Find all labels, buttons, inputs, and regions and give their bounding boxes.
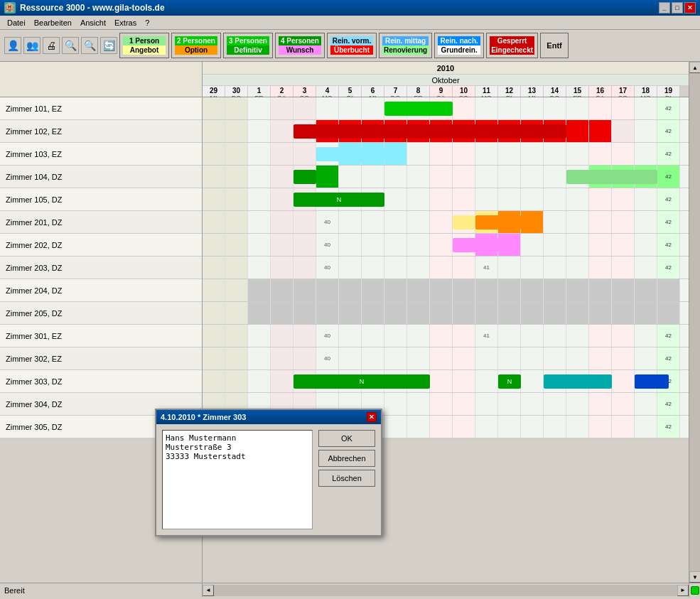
year-header: 2010 bbox=[203, 62, 689, 75]
room-201: Zimmer 201, DZ bbox=[0, 211, 202, 234]
scroll-up-button[interactable]: ▲ bbox=[689, 62, 700, 73]
grid-row-104: 42 bbox=[203, 166, 689, 188]
legend-3person-bottom: Definitiv bbox=[227, 45, 269, 55]
booking-201-1[interactable] bbox=[453, 215, 475, 230]
room-203: Zimmer 203, DZ bbox=[0, 257, 202, 279]
dialog-abbrechen-button[interactable]: Abbrechen bbox=[318, 450, 375, 467]
booking-dialog[interactable]: 4.10.2010 * Zimmer 303 ✕ Hans Mustermann… bbox=[155, 409, 382, 536]
room-101: Zimmer 101, EZ bbox=[0, 97, 202, 120]
grid-row-303: 42 N N bbox=[203, 370, 689, 393]
maximize-button[interactable]: □ bbox=[672, 2, 683, 14]
app-title: Ressource 3000 - www.gila-tools.de bbox=[20, 3, 165, 13]
legend-reinvorm-top: Rein. vorm. bbox=[330, 36, 373, 45]
grid-row-302: 40 42 bbox=[203, 347, 689, 370]
zoom-in-icon[interactable]: 🔍 bbox=[62, 37, 79, 54]
legend-4person-bottom: Wunsch bbox=[279, 45, 321, 55]
room-103: Zimmer 103, EZ bbox=[0, 143, 202, 166]
menu-extras[interactable]: Extras bbox=[110, 17, 141, 28]
booking-104-2[interactable] bbox=[566, 170, 657, 184]
scroll-right-button[interactable]: ► bbox=[677, 585, 689, 596]
menu-help[interactable]: ? bbox=[141, 17, 154, 28]
icon-btn-3[interactable]: 🖨 bbox=[43, 37, 60, 54]
legend-2person-bottom: Option bbox=[175, 45, 217, 55]
booking-303-1[interactable]: N bbox=[294, 374, 430, 389]
booking-303-4[interactable] bbox=[635, 374, 669, 389]
status-led bbox=[691, 586, 699, 595]
grid-row-102: 42 bbox=[203, 120, 689, 143]
legend-reinvorm-bottom: Überbucht bbox=[330, 45, 373, 55]
legend-3person[interactable]: 3 Personen Definitiv bbox=[223, 33, 273, 58]
grid-row-103: 42 bbox=[203, 143, 689, 166]
menu-datei[interactable]: Datei bbox=[3, 17, 30, 28]
legend-1person[interactable]: 1 Person Angebot bbox=[119, 33, 169, 58]
grid-row-202: 40 42 bbox=[203, 234, 689, 257]
scroll-left-button[interactable]: ◄ bbox=[203, 585, 214, 596]
vertical-scrollbar[interactable]: ▲ ▼ bbox=[689, 62, 700, 583]
h-scroll-track bbox=[214, 585, 677, 596]
legend-1person-top: 1 Person bbox=[123, 36, 166, 45]
dialog-ok-button[interactable]: OK bbox=[318, 430, 375, 447]
room-102: Zimmer 102, EZ bbox=[0, 120, 202, 143]
menu-ansicht[interactable]: Ansicht bbox=[76, 17, 110, 28]
entf-button[interactable]: Entf bbox=[540, 33, 569, 58]
legend-reinnach-bottom: Grundrein. bbox=[438, 45, 480, 55]
days-header: 29MI 30DO 1FR 2SA 3SO 4MO 5DI 6MI 7DO 8F… bbox=[203, 86, 689, 97]
legend-4person[interactable]: 4 Personen Wunsch bbox=[275, 33, 325, 58]
dialog-close-button[interactable]: ✕ bbox=[367, 412, 377, 422]
menu-bearbeiten[interactable]: Bearbeiten bbox=[30, 17, 76, 28]
booking-103-1[interactable] bbox=[316, 147, 384, 161]
app-icon: 🏨 bbox=[4, 2, 16, 14]
menubar: Datei Bearbeiten Ansicht Extras ? bbox=[0, 16, 700, 30]
refresh-icon[interactable]: 🔄 bbox=[100, 37, 117, 54]
grid-row-201: 40 42 bbox=[203, 211, 689, 234]
legend-reinmittag-top: Rein. mittag bbox=[382, 36, 429, 45]
grid-row-105: 42 N bbox=[203, 188, 689, 211]
toolbar: 👤 👥 🖨 🔍 🔍 🔄 1 Person Angebot 2 Personen … bbox=[0, 30, 700, 62]
booking-101-1[interactable] bbox=[384, 102, 453, 116]
dialog-titlebar: 4.10.2010 * Zimmer 303 ✕ bbox=[156, 410, 381, 424]
booking-201-2[interactable] bbox=[475, 215, 521, 230]
grid-row-204 bbox=[203, 279, 689, 302]
booking-105-1[interactable]: N bbox=[294, 193, 384, 207]
booking-102-1[interactable] bbox=[294, 124, 566, 139]
dialog-loschen-button[interactable]: Löschen bbox=[318, 470, 375, 487]
legend-reinvorm[interactable]: Rein. vorm. Überbucht bbox=[327, 33, 377, 58]
room-205: Zimmer 205, DZ bbox=[0, 302, 202, 325]
dialog-textarea[interactable]: Hans Mustermann Musterstraße 3 33333 Mus… bbox=[162, 430, 313, 529]
legend-reinmittag-bottom: Renovierung bbox=[382, 45, 429, 55]
titlebar-left: 🏨 Ressource 3000 - www.gila-tools.de bbox=[4, 2, 165, 14]
scroll-down-button[interactable]: ▼ bbox=[689, 571, 700, 583]
legend-1person-bottom: Angebot bbox=[123, 45, 166, 55]
legend-2person[interactable]: 2 Personen Option bbox=[171, 33, 221, 58]
horizontal-scrollbar[interactable]: ◄ ► bbox=[203, 583, 689, 597]
legend-2person-top: 2 Personen bbox=[175, 36, 217, 45]
status-led-container bbox=[689, 583, 700, 598]
titlebar: 🏨 Ressource 3000 - www.gila-tools.de _ □… bbox=[0, 0, 700, 16]
room-105: Zimmer 105, DZ bbox=[0, 188, 202, 211]
legend-4person-top: 4 Personen bbox=[279, 36, 321, 45]
booking-104-1[interactable] bbox=[294, 170, 316, 184]
booking-202-1[interactable] bbox=[453, 238, 498, 252]
room-104: Zimmer 104, DZ bbox=[0, 166, 202, 188]
legend-reinnach[interactable]: Rein. nach. Grundrein. bbox=[434, 33, 484, 58]
legend-gesperrt-bottom: Eingecheckt bbox=[490, 45, 534, 55]
close-button[interactable]: ✕ bbox=[684, 2, 696, 14]
minimize-button[interactable]: _ bbox=[659, 2, 670, 14]
booking-303-3[interactable] bbox=[544, 374, 612, 389]
legend-reinmittag[interactable]: Rein. mittag Renovierung bbox=[379, 33, 432, 58]
grid-row-203: 40 41 42 bbox=[203, 257, 689, 279]
statusbar-text: Bereit bbox=[0, 583, 203, 597]
scroll-track bbox=[689, 73, 700, 571]
legend-gesperrt[interactable]: Gesperrt Eingecheckt bbox=[486, 33, 538, 58]
dialog-body: Hans Mustermann Musterstraße 3 33333 Mus… bbox=[156, 424, 381, 535]
bottom-bar: Bereit ◄ ► bbox=[0, 583, 700, 597]
icon-btn-1[interactable]: 👤 bbox=[4, 37, 21, 54]
icon-btn-2[interactable]: 👥 bbox=[23, 37, 41, 54]
room-301: Zimmer 301, EZ bbox=[0, 325, 202, 347]
titlebar-controls[interactable]: _ □ ✕ bbox=[659, 2, 696, 14]
booking-303-2[interactable]: N bbox=[498, 374, 521, 389]
dialog-title: 4.10.2010 * Zimmer 303 bbox=[161, 413, 246, 421]
legend-reinnach-top: Rein. nach. bbox=[438, 36, 480, 45]
grid-row-301: 40 41 42 bbox=[203, 325, 689, 347]
zoom-out-icon[interactable]: 🔍 bbox=[81, 37, 98, 54]
